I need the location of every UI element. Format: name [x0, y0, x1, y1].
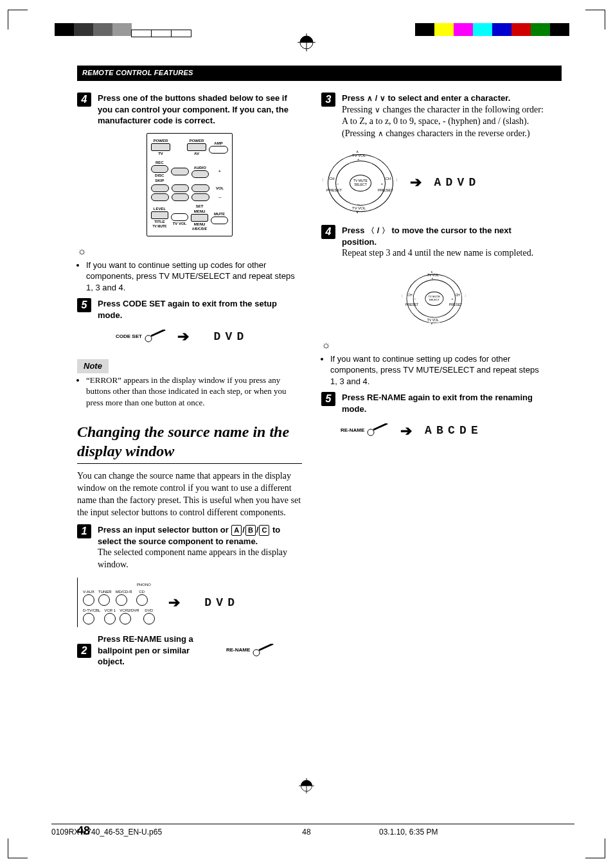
step-text: The selected component name appears in t… [98, 547, 302, 571]
registration-bars-left [55, 23, 191, 37]
key-c: C [259, 525, 269, 536]
rename-diagram: RE-NAME ➔ ABCDE [321, 421, 546, 441]
chevron-down-icon: ∨ [375, 105, 380, 114]
step-number: 4 [321, 225, 335, 239]
registration-mark-icon [299, 778, 314, 797]
crop-mark [8, 838, 28, 858]
arrow-right-icon: ➔ [400, 421, 412, 441]
footer-page-number: 48 [302, 827, 310, 837]
remote-diagram: POWER TV POWER AV AMP [77, 133, 302, 237]
section-title: Changing the source name in the display … [77, 422, 302, 464]
svg-line-6 [259, 644, 273, 650]
arrow-right-icon: ➔ [177, 327, 189, 346]
seven-seg-display: ABCDE [423, 423, 481, 438]
arrow-right-icon: ➔ [410, 173, 422, 192]
step-number: 2 [77, 644, 91, 658]
seven-seg-display: DVD [200, 329, 258, 344]
step-text: Pressing ∨ changes the character in the … [342, 104, 546, 141]
step-title: Press RE-NAME using a ballpoint pen or s… [98, 633, 207, 668]
seven-seg-display: ADVD [432, 175, 490, 190]
footer-timestamp: 03.1.10, 6:35 PM [379, 827, 438, 837]
step-number: 5 [77, 298, 91, 312]
codeset-diagram: CODE SET ➔ DVD [77, 327, 302, 346]
pen-icon [366, 423, 389, 438]
section-paragraph: You can change the source name that appe… [77, 470, 302, 519]
chevron-up-icon: ∧ [367, 94, 373, 103]
step-title: Press RE-NAME again to exit from the ren… [342, 392, 546, 414]
crop-mark [585, 10, 605, 30]
footer-divider [51, 824, 574, 824]
dpad-diagram: TV MUTE SELECT ∧ + TV VOL ∨ – TV VOL 〈 C… [321, 266, 546, 330]
step-text: Repeat step 3 and 4 until the new name i… [342, 247, 546, 260]
step-number: 1 [77, 524, 91, 538]
tip-bullet: If you want to continue setting up codes… [86, 260, 302, 294]
step-title: Press one of the buttons shaded below to… [98, 93, 302, 127]
seven-seg-display: DVD [191, 595, 249, 610]
arrow-right-icon: ➔ [168, 593, 180, 612]
dpad-diagram: TV MUTE SELECT ∧ + TV VOL ∨ – TV VOL 〈 C… [321, 146, 546, 218]
svg-point-5 [253, 650, 260, 656]
note-label: Note [77, 359, 109, 373]
pen-icon [143, 330, 166, 344]
key-b: B [245, 525, 256, 536]
step-title: Press CODE SET again to exit from the se… [98, 298, 302, 321]
key-a: A [231, 525, 242, 536]
section-heading: REMOTE CONTROL FEATURES [82, 68, 193, 78]
rename-pen-diagram: RE-NAME [226, 644, 274, 658]
lightbulb-icon: ☼ [77, 245, 87, 256]
step-number: 4 [77, 93, 91, 107]
registration-mark-icon [298, 33, 315, 51]
svg-point-7 [368, 429, 374, 436]
svg-line-4 [151, 330, 165, 336]
tip-bullet: If you want to continue setting up codes… [330, 353, 546, 387]
lightbulb-icon: ☼ [321, 339, 331, 350]
chevron-up-icon: ∧ [378, 129, 384, 138]
step-title: Press 〈 / 〉 to move the cursor to the ne… [342, 225, 546, 247]
crop-mark [8, 10, 28, 30]
step-title: Press an input selector button or A/B/C … [98, 524, 302, 547]
footer-filename: 0109RX-V740_46-53_EN-U.p65 [51, 827, 162, 837]
svg-point-3 [145, 335, 152, 342]
step-number: 5 [321, 392, 335, 406]
pen-icon [251, 644, 274, 658]
chevron-right-icon: 〉 [382, 226, 389, 235]
input-selector-diagram: PHONO V-AUX TUNER MD/CD-R CD D-TV/CBL VC… [77, 578, 302, 627]
chevron-left-icon: 〈 [367, 226, 375, 235]
step-number: 3 [321, 93, 335, 107]
chevron-down-icon: ∨ [380, 94, 386, 103]
crop-mark [585, 838, 605, 858]
note-bullet: “ERROR” appears in the display window if… [86, 375, 302, 409]
registration-bars-right [415, 23, 569, 36]
step-title: Press ∧ / ∨ to select and enter a charac… [342, 93, 546, 104]
svg-line-8 [373, 423, 387, 430]
header-bar: REMOTE CONTROL FEATURES [77, 64, 562, 81]
